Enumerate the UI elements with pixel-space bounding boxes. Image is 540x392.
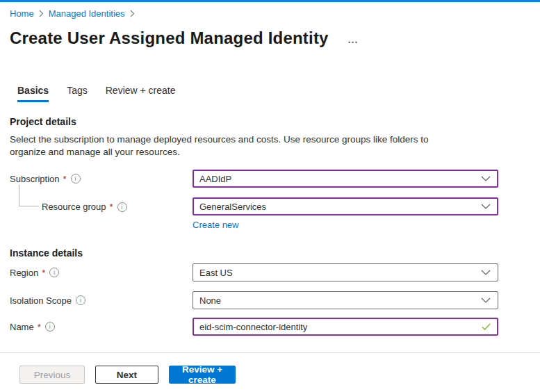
name-label: Name	[10, 322, 34, 332]
top-accent-bar	[0, 0, 540, 2]
required-marker: *	[42, 268, 45, 278]
subscription-row: Subscription * i AADIdP	[10, 170, 530, 188]
required-marker: *	[38, 322, 41, 332]
subscription-label-group: Subscription * i	[10, 174, 193, 184]
chevron-down-icon	[481, 297, 491, 303]
info-icon[interactable]: i	[71, 174, 81, 183]
create-managed-identity-page: Home Managed Identities Create User Assi…	[0, 0, 540, 336]
chevron-down-icon	[481, 176, 491, 181]
page-title: Create User Assigned Managed Identity	[10, 28, 329, 48]
resource-group-connector-line	[19, 185, 39, 206]
instance-details-fields: Region * i East US Isolation Scope i	[10, 263, 530, 336]
next-button[interactable]: Next	[95, 366, 158, 384]
chevron-down-icon	[481, 270, 491, 275]
resource-group-dropdown[interactable]: GeneralServices	[193, 197, 498, 215]
valid-check-icon	[482, 323, 491, 330]
region-label: Region	[10, 268, 38, 278]
subscription-label: Subscription	[10, 174, 60, 184]
region-dropdown[interactable]: East US	[193, 263, 498, 281]
footer-action-bar: Previous Next Review + create	[19, 366, 236, 384]
subscription-value: AADIdP	[199, 174, 231, 184]
required-marker: *	[63, 174, 67, 184]
name-input-wrapper	[193, 318, 498, 336]
chevron-right-icon	[39, 10, 44, 17]
info-icon[interactable]: i	[49, 268, 59, 277]
region-label-group: Region * i	[10, 268, 193, 278]
breadcrumb-home-link[interactable]: Home	[10, 8, 34, 19]
project-details-description: Select the subscription to manage deploy…	[10, 133, 467, 158]
region-value: East US	[199, 268, 233, 278]
isolation-scope-label: Isolation Scope	[10, 295, 72, 306]
breadcrumb-managed-identities-link[interactable]: Managed Identities	[49, 8, 125, 19]
isolation-scope-label-group: Isolation Scope i	[10, 295, 193, 306]
info-icon[interactable]: i	[117, 202, 127, 212]
review-create-button[interactable]: Review + create	[169, 366, 236, 384]
isolation-scope-dropdown[interactable]: None	[193, 291, 498, 309]
more-options-button[interactable]: ...	[348, 34, 359, 45]
project-details-heading: Project details	[10, 116, 530, 128]
create-new-link[interactable]: Create new	[193, 219, 238, 231]
info-icon[interactable]: i	[76, 295, 85, 305]
resource-group-value: GeneralServices	[199, 202, 266, 212]
resource-group-row: Resource group * i GeneralServices Creat…	[10, 197, 530, 231]
instance-details-heading: Instance details	[10, 247, 530, 259]
breadcrumb: Home Managed Identities	[10, 8, 530, 19]
required-marker: *	[110, 202, 113, 212]
name-input[interactable]	[199, 319, 476, 334]
tab-bar: Basics Tags Review + create	[10, 83, 530, 102]
chevron-down-icon	[481, 204, 491, 209]
tab-tags[interactable]: Tags	[67, 83, 88, 102]
name-row: Name * i	[10, 318, 530, 336]
footer-divider	[0, 352, 540, 353]
isolation-scope-row: Isolation Scope i None	[10, 291, 530, 309]
resource-group-label: Resource group	[42, 202, 106, 212]
name-label-group: Name * i	[10, 322, 193, 332]
project-details-fields: Subscription * i AADIdP Resource group *…	[10, 170, 530, 231]
tab-review-create[interactable]: Review + create	[106, 83, 176, 102]
tab-basics[interactable]: Basics	[17, 83, 49, 102]
subscription-dropdown[interactable]: AADIdP	[193, 170, 498, 188]
isolation-scope-value: None	[199, 295, 221, 306]
info-icon[interactable]: i	[45, 322, 55, 332]
region-row: Region * i East US	[10, 263, 530, 281]
chevron-right-icon	[130, 10, 135, 17]
previous-button[interactable]: Previous	[19, 366, 85, 384]
